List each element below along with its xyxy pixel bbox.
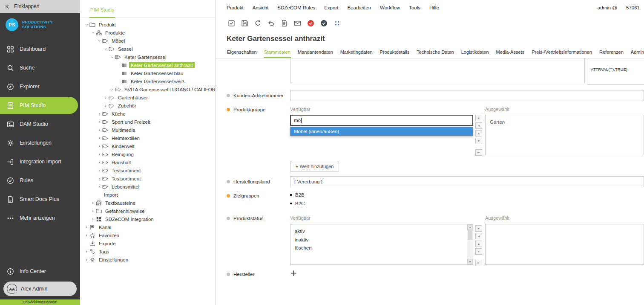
tree-node-multimedia[interactable]: ›Multimedia (80, 126, 215, 134)
move-right-button[interactable]: ▸ (475, 115, 482, 121)
move-left-button[interactable]: ◂ (475, 122, 482, 129)
tree-node-gefahrenhinweise[interactable]: ›Gefahrenhinweise (80, 207, 215, 215)
tree-node-einstellungen[interactable]: ›Einstellungen (80, 256, 215, 264)
chevron-expanded-icon[interactable]: › (83, 22, 89, 28)
tree-node-kanal[interactable]: ›Kanal (80, 223, 215, 231)
tab-stammdaten[interactable]: Stammdaten (264, 47, 291, 58)
scroll-down-icon[interactable]: ▼ (467, 259, 473, 264)
sidebar-item-info-center[interactable]: Info Center (0, 263, 80, 280)
tree-node-sessel[interactable]: ›Sessel (80, 45, 215, 53)
validation-ok-button[interactable] (319, 18, 328, 28)
move-down-button[interactable]: ▾ (475, 138, 482, 144)
add-hersteller-button[interactable] (290, 270, 297, 276)
menu-ansicht[interactable]: Ansicht (253, 5, 269, 10)
chevron-collapsed-icon[interactable]: › (96, 111, 102, 117)
tree-node-import[interactable]: Import (80, 191, 215, 199)
chevron-expanded-icon[interactable]: › (109, 54, 115, 60)
produktgruppe-search-input[interactable]: mö (290, 115, 473, 126)
chevron-expanded-icon[interactable]: › (103, 46, 109, 52)
chevron-collapsed-icon[interactable]: › (96, 127, 102, 133)
tree-node-zubehör[interactable]: ›Zubehör (80, 102, 215, 110)
tab-logistikdaten[interactable]: Logistikdaten (461, 47, 489, 58)
sidebar-item-einstellungen[interactable]: Einstellungen (0, 134, 80, 151)
chevron-expanded-icon[interactable]: › (90, 30, 96, 36)
sidebar-item-dam-studio[interactable]: DAM Studio (0, 116, 80, 133)
chevron-collapsed-icon[interactable]: › (96, 119, 102, 125)
move-up-button[interactable]: ▴ (475, 241, 482, 247)
collapse-sidebar-button[interactable]: Einklappen (0, 0, 80, 13)
tree-node-kinderwelt[interactable]: ›Kinderwelt (80, 142, 215, 150)
tab-pim-studio[interactable]: PIM Studio (89, 7, 115, 18)
chevron-collapsed-icon[interactable]: › (96, 168, 102, 174)
scroll-thumb[interactable] (468, 230, 472, 240)
chevron-collapsed-icon[interactable]: › (96, 176, 102, 182)
chevron-collapsed-icon[interactable]: › (90, 208, 96, 214)
tree-node-favoriten[interactable]: ›Favoriten (80, 231, 215, 239)
chevron-collapsed-icon[interactable]: › (90, 200, 96, 206)
save-button[interactable] (240, 18, 249, 28)
chevron-collapsed-icon[interactable]: › (103, 95, 109, 101)
tab-technische-daten[interactable]: Technische Daten (416, 47, 454, 58)
move-left-button[interactable]: ◂ (475, 233, 482, 239)
tree-node-textbausteine[interactable]: ›Textbausteine (80, 199, 215, 207)
scroll-up-icon[interactable]: ▲ (467, 224, 473, 230)
chevron-collapsed-icon[interactable]: › (90, 216, 96, 222)
tree-node-exporte[interactable]: Exporte (80, 239, 215, 247)
scrollbar[interactable]: ▲ ▼ (467, 224, 473, 264)
tab-preis-vertriebsinformationen[interactable]: Preis-/Vertriebsinformationen (531, 47, 592, 58)
tab-administration[interactable]: Administration (630, 47, 644, 58)
formula-expression-panel[interactable]: ATTRVAL("");TRUE) (587, 58, 644, 85)
chevron-collapsed-icon[interactable]: › (83, 257, 89, 263)
sidebar-item-dashboard[interactable]: Dashboard (0, 41, 80, 58)
tree-node-küche[interactable]: ›Küche (80, 110, 215, 118)
tab-referenzen[interactable]: Referenzen (599, 47, 624, 58)
option-löschen[interactable]: löschen (295, 244, 469, 253)
menu-export[interactable]: Export (324, 5, 338, 10)
chevron-collapsed-icon[interactable]: › (83, 232, 89, 238)
kunden-artikelnummer-input[interactable] (290, 90, 644, 101)
user-menu[interactable]: AA Alex Admin (3, 282, 77, 296)
sidebar-item-suche[interactable]: Suche (0, 59, 80, 76)
sidebar-item-integration-import[interactable]: Integration Import (0, 153, 80, 170)
document-button[interactable] (279, 18, 289, 28)
menu-hilfe[interactable]: Hilfe (429, 5, 439, 10)
chevron-collapsed-icon[interactable]: › (96, 151, 102, 157)
tree-node-tags[interactable]: ›Tags (80, 247, 215, 256)
move-up-button[interactable]: ▴ (475, 130, 482, 137)
chevron-collapsed-icon[interactable]: › (96, 160, 102, 166)
chevron-collapsed-icon[interactable]: › (96, 184, 102, 190)
menu-bearbeiten[interactable]: Bearbeiten (347, 5, 371, 10)
tree-node-heimtextilien[interactable]: ›Heimtextilien (80, 134, 215, 142)
dropdown-option[interactable]: Möbel (innen/außen) (290, 127, 473, 136)
move-down-button[interactable]: ▾ (475, 248, 482, 255)
menu-workflow[interactable]: Workflow (380, 5, 400, 10)
tab-media-assets[interactable]: Media-Assets (496, 47, 525, 58)
tree-node-produkt[interactable]: ›Produkt (80, 20, 215, 29)
option-inaktiv[interactable]: inaktiv (295, 236, 469, 244)
move-right-button[interactable]: ▸ (475, 225, 482, 232)
tree-node-svita-gartensessel-lugano-california[interactable]: ›SVITA Gartensessel LUGANO / CALIFORNIA (80, 85, 215, 93)
chevron-collapsed-icon[interactable]: › (83, 249, 89, 255)
produktgruppe-selected-list[interactable]: Garten (485, 115, 644, 155)
tree-node-testsortiment[interactable]: ›Testsortiment (80, 174, 215, 183)
chevron-collapsed-icon[interactable]: › (96, 135, 102, 141)
sidebar-item-mehr-anzeigen[interactable]: Mehr anzeigen (0, 209, 80, 227)
validation-error-button[interactable] (306, 18, 315, 28)
tree-node-sdzecom-integration[interactable]: ›SDZeCOM Integration (80, 215, 215, 223)
tab-produktdetails[interactable]: Produktdetails (380, 47, 410, 58)
chevron-collapsed-icon[interactable]: › (83, 224, 89, 230)
chevron-collapsed-icon[interactable]: › (103, 103, 109, 109)
chevron-collapsed-icon[interactable]: › (96, 143, 102, 149)
tree-node-produkte[interactable]: ›Produkte (80, 29, 215, 37)
tree-node-keter-gartensessel-blau[interactable]: Keter Gartensessel blau (80, 69, 215, 77)
tree-node-haushalt[interactable]: ›Haushalt (80, 158, 215, 166)
save-validate-button[interactable] (227, 18, 236, 28)
produktstatus-selected-list[interactable] (485, 224, 644, 265)
tree-node-lebensmittel[interactable]: ›Lebensmittel (80, 183, 215, 191)
apps-button[interactable] (332, 18, 342, 28)
tree-node-möbel[interactable]: ›Möbel (80, 37, 215, 45)
tree-node-gartenhäuser[interactable]: ›Gartenhäuser (80, 93, 215, 102)
chevron-expanded-icon[interactable]: › (96, 38, 102, 44)
tree-node-keter-gartensessel-weiß[interactable]: Keter Gartensessel weiß (80, 77, 215, 85)
sidebar-item-pim-studio[interactable]: PIM Studio (0, 97, 78, 114)
